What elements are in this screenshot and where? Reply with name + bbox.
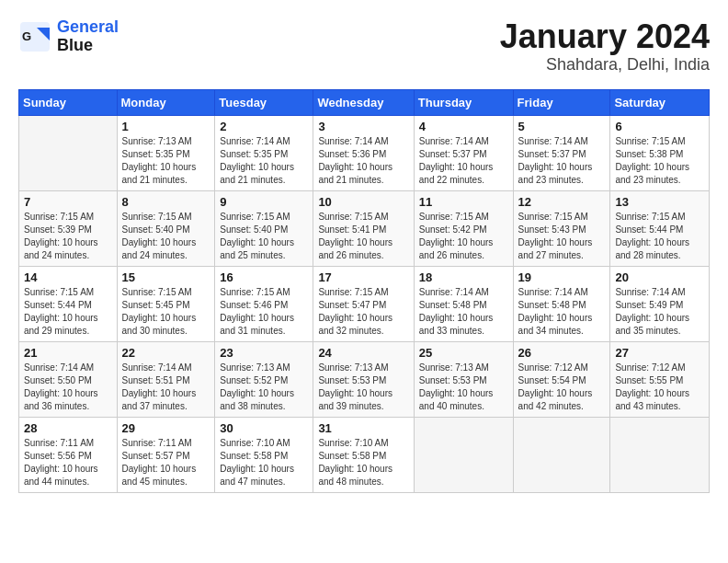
calendar-cell <box>610 417 710 492</box>
calendar-cell <box>19 115 118 190</box>
weekday-header-tuesday: Tuesday <box>215 89 313 115</box>
day-number: 14 <box>24 270 112 284</box>
calendar-cell: 5 Sunrise: 7:14 AMSunset: 5:37 PMDayligh… <box>513 115 610 190</box>
day-number: 1 <box>122 120 210 133</box>
calendar-cell <box>414 417 513 492</box>
day-number: 13 <box>615 195 704 209</box>
day-detail: Sunrise: 7:14 AMSunset: 5:48 PMDaylight:… <box>518 287 593 336</box>
day-number: 27 <box>615 346 704 360</box>
calendar-cell: 22 Sunrise: 7:14 AMSunset: 5:51 PMDaylig… <box>117 341 215 417</box>
weekday-header-thursday: Thursday <box>414 89 513 115</box>
day-detail: Sunrise: 7:15 AMSunset: 5:40 PMDaylight:… <box>122 212 197 260</box>
svg-text:G: G <box>22 29 31 43</box>
day-number: 11 <box>419 195 508 209</box>
day-number: 22 <box>122 346 210 360</box>
day-detail: Sunrise: 7:13 AMSunset: 5:35 PMDaylight:… <box>122 136 197 185</box>
day-number: 31 <box>318 421 408 435</box>
weekday-header-saturday: Saturday <box>610 89 710 115</box>
day-detail: Sunrise: 7:15 AMSunset: 5:40 PMDaylight:… <box>220 212 294 260</box>
day-number: 10 <box>318 195 408 209</box>
day-detail: Sunrise: 7:10 AMSunset: 5:58 PMDaylight:… <box>318 438 392 487</box>
logo-icon: G <box>18 20 51 53</box>
weekday-header-monday: Monday <box>117 89 215 115</box>
day-detail: Sunrise: 7:14 AMSunset: 5:48 PMDaylight:… <box>419 287 494 336</box>
location: Shahdara, Delhi, India <box>500 55 710 75</box>
calendar-cell: 26 Sunrise: 7:12 AMSunset: 5:54 PMDaylig… <box>513 341 610 417</box>
calendar-cell: 23 Sunrise: 7:13 AMSunset: 5:52 PMDaylig… <box>215 341 313 417</box>
week-row-5: 28 Sunrise: 7:11 AMSunset: 5:56 PMDaylig… <box>19 417 710 492</box>
day-number: 6 <box>615 120 704 133</box>
calendar-cell: 27 Sunrise: 7:12 AMSunset: 5:55 PMDaylig… <box>610 341 710 417</box>
day-detail: Sunrise: 7:10 AMSunset: 5:58 PMDaylight:… <box>220 438 294 487</box>
day-number: 26 <box>518 346 606 360</box>
day-detail: Sunrise: 7:15 AMSunset: 5:47 PMDaylight:… <box>318 287 392 336</box>
day-detail: Sunrise: 7:14 AMSunset: 5:50 PMDaylight:… <box>24 362 98 411</box>
day-detail: Sunrise: 7:15 AMSunset: 5:38 PMDaylight:… <box>615 136 689 185</box>
day-detail: Sunrise: 7:15 AMSunset: 5:44 PMDaylight:… <box>24 287 98 336</box>
day-detail: Sunrise: 7:15 AMSunset: 5:41 PMDaylight:… <box>318 212 392 260</box>
day-detail: Sunrise: 7:11 AMSunset: 5:56 PMDaylight:… <box>24 438 98 487</box>
calendar-cell: 25 Sunrise: 7:13 AMSunset: 5:53 PMDaylig… <box>414 341 513 417</box>
day-number: 2 <box>220 120 308 133</box>
calendar-cell: 14 Sunrise: 7:15 AMSunset: 5:44 PMDaylig… <box>19 266 118 341</box>
day-detail: Sunrise: 7:15 AMSunset: 5:45 PMDaylight:… <box>122 287 197 336</box>
calendar-cell: 11 Sunrise: 7:15 AMSunset: 5:42 PMDaylig… <box>414 190 513 266</box>
calendar-cell: 12 Sunrise: 7:15 AMSunset: 5:43 PMDaylig… <box>513 190 610 266</box>
day-detail: Sunrise: 7:14 AMSunset: 5:49 PMDaylight:… <box>615 287 689 336</box>
day-detail: Sunrise: 7:12 AMSunset: 5:55 PMDaylight:… <box>615 362 689 411</box>
day-number: 25 <box>419 346 508 360</box>
calendar-cell: 9 Sunrise: 7:15 AMSunset: 5:40 PMDayligh… <box>215 190 313 266</box>
calendar-cell: 4 Sunrise: 7:14 AMSunset: 5:37 PMDayligh… <box>414 115 513 190</box>
calendar-cell: 7 Sunrise: 7:15 AMSunset: 5:39 PMDayligh… <box>19 190 118 266</box>
week-row-1: 1 Sunrise: 7:13 AMSunset: 5:35 PMDayligh… <box>19 115 710 190</box>
day-detail: Sunrise: 7:15 AMSunset: 5:42 PMDaylight:… <box>419 212 494 260</box>
day-number: 9 <box>220 195 308 209</box>
day-number: 4 <box>419 120 508 133</box>
day-number: 21 <box>24 346 112 360</box>
day-number: 7 <box>24 195 112 209</box>
day-number: 8 <box>122 195 210 209</box>
calendar-cell: 16 Sunrise: 7:15 AMSunset: 5:46 PMDaylig… <box>215 266 313 341</box>
day-detail: Sunrise: 7:14 AMSunset: 5:51 PMDaylight:… <box>122 362 197 411</box>
title-block: January 2024 Shahdara, Delhi, India <box>500 18 710 75</box>
calendar-cell: 8 Sunrise: 7:15 AMSunset: 5:40 PMDayligh… <box>117 190 215 266</box>
calendar-cell: 20 Sunrise: 7:14 AMSunset: 5:49 PMDaylig… <box>610 266 710 341</box>
logo-text: GeneralBlue <box>57 18 119 55</box>
calendar-cell: 29 Sunrise: 7:11 AMSunset: 5:57 PMDaylig… <box>117 417 215 492</box>
day-detail: Sunrise: 7:15 AMSunset: 5:39 PMDaylight:… <box>24 212 98 260</box>
day-number: 12 <box>518 195 606 209</box>
day-detail: Sunrise: 7:15 AMSunset: 5:46 PMDaylight:… <box>220 287 294 336</box>
day-number: 3 <box>318 120 408 133</box>
day-number: 17 <box>318 270 408 284</box>
calendar-cell: 24 Sunrise: 7:13 AMSunset: 5:53 PMDaylig… <box>313 341 414 417</box>
weekday-header-row: SundayMondayTuesdayWednesdayThursdayFrid… <box>19 89 710 115</box>
day-number: 24 <box>318 346 408 360</box>
day-number: 15 <box>122 270 210 284</box>
day-detail: Sunrise: 7:14 AMSunset: 5:35 PMDaylight:… <box>220 136 294 185</box>
weekday-header-friday: Friday <box>513 89 610 115</box>
calendar-cell: 18 Sunrise: 7:14 AMSunset: 5:48 PMDaylig… <box>414 266 513 341</box>
day-number: 20 <box>615 270 704 284</box>
day-detail: Sunrise: 7:14 AMSunset: 5:36 PMDaylight:… <box>318 136 392 185</box>
day-detail: Sunrise: 7:14 AMSunset: 5:37 PMDaylight:… <box>419 136 494 185</box>
weekday-header-wednesday: Wednesday <box>313 89 414 115</box>
calendar-cell: 10 Sunrise: 7:15 AMSunset: 5:41 PMDaylig… <box>313 190 414 266</box>
day-number: 19 <box>518 270 606 284</box>
day-detail: Sunrise: 7:13 AMSunset: 5:53 PMDaylight:… <box>419 362 494 411</box>
day-number: 29 <box>122 421 210 435</box>
calendar-cell <box>513 417 610 492</box>
day-number: 30 <box>220 421 308 435</box>
calendar-cell: 13 Sunrise: 7:15 AMSunset: 5:44 PMDaylig… <box>610 190 710 266</box>
day-number: 16 <box>220 270 308 284</box>
day-number: 28 <box>24 421 112 435</box>
calendar-table: SundayMondayTuesdayWednesdayThursdayFrid… <box>18 89 710 493</box>
calendar-cell: 3 Sunrise: 7:14 AMSunset: 5:36 PMDayligh… <box>313 115 414 190</box>
logo: G GeneralBlue <box>18 18 119 55</box>
day-detail: Sunrise: 7:12 AMSunset: 5:54 PMDaylight:… <box>518 362 593 411</box>
day-number: 18 <box>419 270 508 284</box>
day-detail: Sunrise: 7:15 AMSunset: 5:43 PMDaylight:… <box>518 212 593 260</box>
calendar-cell: 19 Sunrise: 7:14 AMSunset: 5:48 PMDaylig… <box>513 266 610 341</box>
day-detail: Sunrise: 7:13 AMSunset: 5:52 PMDaylight:… <box>220 362 294 411</box>
calendar-cell: 28 Sunrise: 7:11 AMSunset: 5:56 PMDaylig… <box>19 417 118 492</box>
calendar-cell: 21 Sunrise: 7:14 AMSunset: 5:50 PMDaylig… <box>19 341 118 417</box>
